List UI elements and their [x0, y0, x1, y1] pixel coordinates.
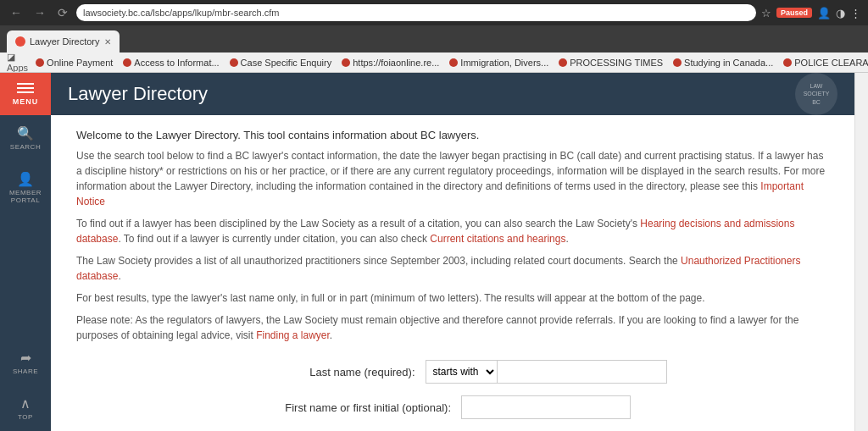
sidebar-item-search[interactable]: 🔍 SEARCH	[0, 115, 51, 161]
last-name-label: Last name (required):	[239, 366, 426, 379]
last-name-input[interactable]	[498, 360, 667, 384]
info-text-3: The Law Society provides a list of all u…	[76, 253, 829, 284]
first-name-controls	[461, 395, 631, 419]
member-portal-label: MEMBERPORTAL	[9, 189, 42, 204]
sidebar-item-member-portal[interactable]: 👤 MEMBERPORTAL	[0, 161, 51, 214]
info-text-1: Use the search tool below to find a BC l…	[76, 148, 829, 209]
paused-badge: Paused	[776, 8, 812, 18]
sidebar-item-share[interactable]: ➦ SHARE	[0, 340, 51, 385]
browser-top-bar: ← → ⟳ lawsociety.bc.ca/lsbc/apps/lkup/mb…	[0, 0, 868, 25]
menu-bar-2	[17, 87, 34, 89]
finding-lawyer-link[interactable]: Finding a lawyer	[256, 329, 330, 341]
first-name-label: First name or first initial (optional):	[275, 401, 461, 414]
bookmark-case[interactable]: Case Specific Enquiry	[227, 58, 335, 68]
last-name-select[interactable]: starts with	[426, 360, 498, 384]
url-bar[interactable]: lawsociety.bc.ca/lsbc/apps/lkup/mbr-sear…	[76, 4, 756, 21]
share-icon: ➦	[20, 350, 31, 366]
extension-icon[interactable]: ◑	[836, 7, 845, 19]
tab-favicon	[15, 36, 25, 47]
star-icon[interactable]: ☆	[761, 7, 771, 19]
bookmark-processing[interactable]: PROCESSING TIMES	[556, 58, 665, 68]
bookmark-foia[interactable]: https://foiaonline.re...	[339, 58, 442, 68]
browser-chrome: ← → ⟳ lawsociety.bc.ca/lsbc/apps/lkup/mb…	[0, 0, 868, 52]
sidebar: MENU 🔍 SEARCH 👤 MEMBERPORTAL ➦ SHARE ∧ T…	[0, 73, 51, 431]
last-name-row: Last name (required): starts with	[76, 360, 829, 384]
menu-label: MENU	[13, 97, 39, 106]
active-tab[interactable]: Lawyer Directory ✕	[7, 30, 120, 52]
back-button[interactable]: ←	[7, 4, 25, 21]
law-society-logo: LAWSOCIETYBC	[795, 73, 837, 115]
menu-bar-1	[17, 83, 34, 85]
person-icon: 👤	[17, 171, 34, 187]
sidebar-item-top[interactable]: ∧ TOP	[0, 385, 51, 431]
menu-dots-icon[interactable]: ⋮	[850, 7, 861, 19]
page-header: Lawyer Directory LAWSOCIETYBC	[51, 73, 854, 115]
info-text-5: Please note: As the regulators of lawyer…	[76, 312, 829, 343]
first-name-row: First name or first initial (optional):	[76, 395, 829, 419]
last-name-controls: starts with	[426, 360, 667, 384]
tab-close-button[interactable]: ✕	[104, 37, 111, 47]
browser-tabs: Lawyer Directory ✕	[0, 25, 868, 52]
current-citations-link[interactable]: Current citations and hearings	[430, 233, 565, 245]
top-label: TOP	[18, 413, 33, 421]
menu-button[interactable]: MENU	[0, 73, 51, 115]
browser-icons: ☆ Paused 👤 ◑ ⋮	[761, 7, 861, 19]
info-text-2: To find out if a lawyer has been discipl…	[76, 216, 829, 246]
search-form: Last name (required): starts with First …	[76, 360, 829, 431]
reload-button[interactable]: ⟳	[54, 4, 71, 21]
forward-button[interactable]: →	[31, 4, 49, 21]
page-title: Lawyer Directory	[68, 83, 208, 105]
page-layout: MENU 🔍 SEARCH 👤 MEMBERPORTAL ➦ SHARE ∧ T…	[0, 73, 868, 431]
profile-icon[interactable]: 👤	[817, 7, 831, 19]
bookmark-studying[interactable]: Studying in Canada...	[670, 58, 776, 68]
url-text: lawsociety.bc.ca/lsbc/apps/lkup/mbr-sear…	[83, 8, 280, 18]
apps-icon[interactable]: ◪ Apps	[7, 52, 28, 73]
bookmark-access[interactable]: Access to Informat...	[120, 58, 221, 68]
up-arrow-icon: ∧	[20, 395, 31, 412]
bookmark-immigration[interactable]: Immigration, Divers...	[447, 58, 551, 68]
content-area: Welcome to the Lawyer Directory. This to…	[51, 115, 854, 431]
bookmark-online-payment[interactable]: Online Payment	[33, 58, 115, 68]
menu-bar-3	[17, 91, 34, 93]
bookmark-police[interactable]: POLICE CLEARANCE	[781, 58, 868, 68]
main-content: Lawyer Directory LAWSOCIETYBC Welcome to…	[51, 73, 854, 431]
tab-title: Lawyer Directory	[30, 36, 100, 47]
share-label: SHARE	[13, 367, 38, 375]
search-label: SEARCH	[10, 143, 41, 151]
search-icon: 🔍	[17, 125, 34, 141]
bookmarks-bar: ◪ Apps Online Payment Access to Informat…	[0, 52, 868, 73]
first-name-input[interactable]	[461, 395, 631, 419]
welcome-text: Welcome to the Lawyer Directory. This to…	[76, 129, 829, 141]
info-text-4: For best results, type the lawyer's last…	[76, 290, 829, 306]
scrollbar-panel	[854, 73, 868, 431]
